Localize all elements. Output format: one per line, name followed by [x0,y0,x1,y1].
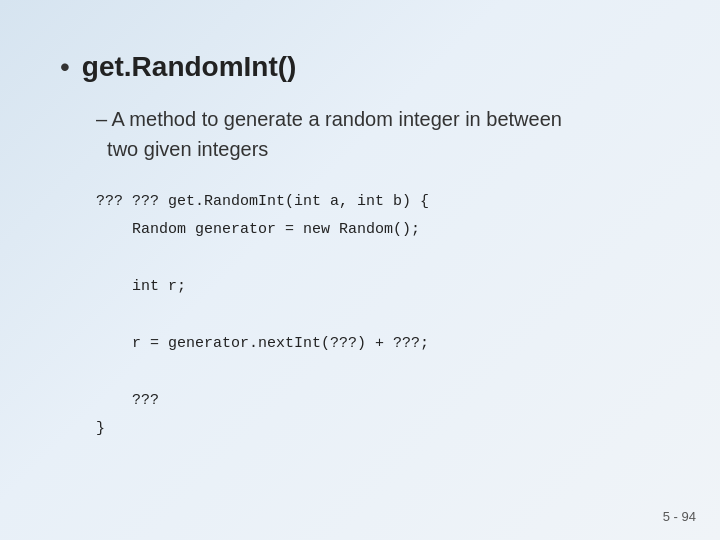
slide-title: get.RandomInt() [82,50,297,84]
code-line-6: r = generator.nextInt(???) + ???; [96,330,660,359]
code-line-4: int r; [96,273,660,302]
subtitle-line2: two given integers [96,138,268,160]
slide-container: • get.RandomInt() – A method to generate… [0,0,720,540]
code-block: ??? ??? get.RandomInt(int a, int b) { Ra… [96,188,660,416]
code-line-8: ??? [96,387,660,416]
subtitle-line1: – A method to generate a random integer … [96,108,562,130]
code-closing-brace: } [96,420,660,437]
subtitle-block: – A method to generate a random integer … [96,104,660,164]
code-line-2: Random generator = new Random(); [96,216,660,245]
code-line-1: ??? ??? get.RandomInt(int a, int b) { [96,188,660,217]
code-line-7 [96,359,660,388]
code-line-5 [96,302,660,331]
code-line-3 [96,245,660,274]
bullet-title-row: • get.RandomInt() [60,50,660,84]
bullet-dot: • [60,50,70,84]
page-number: 5 - 94 [663,509,696,524]
